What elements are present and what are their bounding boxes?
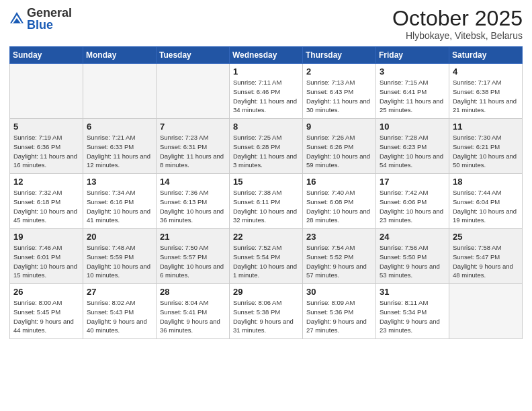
calendar-cell-3-5: 16Sunrise: 7:40 AM Sunset: 6:08 PM Dayli… [303, 174, 376, 229]
day-number: 1 [233, 66, 299, 77]
calendar-cell-2-1: 5Sunrise: 7:19 AM Sunset: 6:36 PM Daylig… [10, 119, 83, 174]
calendar-cell-1-5: 2Sunrise: 7:13 AM Sunset: 6:43 PM Daylig… [303, 64, 376, 119]
calendar-cell-3-2: 13Sunrise: 7:34 AM Sunset: 6:16 PM Dayli… [83, 174, 157, 229]
header-thursday: Thursday [303, 47, 376, 64]
day-info: Sunrise: 7:21 AM Sunset: 6:33 PM Dayligh… [87, 133, 152, 170]
header-friday: Friday [376, 47, 449, 64]
day-number: 30 [306, 287, 372, 297]
day-number: 25 [453, 232, 519, 242]
calendar-cell-5-6: 31Sunrise: 8:11 AM Sunset: 5:34 PM Dayli… [376, 284, 449, 339]
day-info: Sunrise: 7:52 AM Sunset: 5:54 PM Dayligh… [233, 243, 299, 280]
day-info: Sunrise: 7:58 AM Sunset: 5:47 PM Dayligh… [453, 243, 519, 280]
day-info: Sunrise: 7:32 AM Sunset: 6:18 PM Dayligh… [13, 188, 79, 225]
day-number: 4 [453, 66, 519, 77]
header-wednesday: Wednesday [230, 47, 303, 64]
day-info: Sunrise: 7:15 AM Sunset: 6:41 PM Dayligh… [380, 78, 445, 115]
calendar-cell-2-2: 6Sunrise: 7:21 AM Sunset: 6:33 PM Daylig… [83, 119, 157, 174]
calendar-cell-1-7: 4Sunrise: 7:17 AM Sunset: 6:38 PM Daylig… [449, 64, 523, 119]
day-info: Sunrise: 7:34 AM Sunset: 6:16 PM Dayligh… [87, 188, 152, 225]
day-number: 24 [380, 232, 445, 242]
day-info: Sunrise: 8:02 AM Sunset: 5:43 PM Dayligh… [87, 298, 152, 335]
day-info: Sunrise: 7:23 AM Sunset: 6:31 PM Dayligh… [160, 133, 226, 170]
day-info: Sunrise: 7:26 AM Sunset: 6:26 PM Dayligh… [306, 133, 372, 170]
day-number: 3 [380, 66, 445, 77]
calendar-cell-2-5: 9Sunrise: 7:26 AM Sunset: 6:26 PM Daylig… [303, 119, 376, 174]
calendar-cell-5-3: 28Sunrise: 8:04 AM Sunset: 5:41 PM Dayli… [157, 284, 230, 339]
day-info: Sunrise: 7:17 AM Sunset: 6:38 PM Dayligh… [453, 78, 519, 115]
day-info: Sunrise: 8:04 AM Sunset: 5:41 PM Dayligh… [160, 298, 226, 335]
day-number: 21 [160, 232, 226, 242]
day-number: 20 [87, 232, 152, 242]
day-info: Sunrise: 8:09 AM Sunset: 5:36 PM Dayligh… [306, 298, 372, 335]
calendar-cell-4-4: 22Sunrise: 7:52 AM Sunset: 5:54 PM Dayli… [230, 229, 303, 284]
day-number: 11 [453, 122, 519, 132]
header-sunday: Sunday [10, 47, 83, 64]
logo-general: General [27, 7, 72, 19]
header-saturday: Saturday [449, 47, 523, 64]
day-info: Sunrise: 7:54 AM Sunset: 5:52 PM Dayligh… [306, 243, 372, 280]
day-number: 6 [87, 122, 152, 132]
day-info: Sunrise: 7:28 AM Sunset: 6:23 PM Dayligh… [380, 133, 445, 170]
calendar-cell-5-2: 27Sunrise: 8:02 AM Sunset: 5:43 PM Dayli… [83, 284, 157, 339]
calendar-week-row-5: 26Sunrise: 8:00 AM Sunset: 5:45 PM Dayli… [10, 284, 523, 339]
day-info: Sunrise: 7:50 AM Sunset: 5:57 PM Dayligh… [160, 243, 226, 280]
calendar-cell-2-3: 7Sunrise: 7:23 AM Sunset: 6:31 PM Daylig… [157, 119, 230, 174]
day-info: Sunrise: 7:56 AM Sunset: 5:50 PM Dayligh… [380, 243, 445, 280]
day-number: 12 [13, 177, 79, 187]
day-number: 5 [13, 122, 79, 132]
calendar: Sunday Monday Tuesday Wednesday Thursday… [9, 46, 523, 339]
calendar-week-row-4: 19Sunrise: 7:46 AM Sunset: 6:01 PM Dayli… [10, 229, 523, 284]
day-number: 9 [306, 122, 372, 132]
day-info: Sunrise: 8:11 AM Sunset: 5:34 PM Dayligh… [380, 298, 445, 335]
calendar-cell-3-1: 12Sunrise: 7:32 AM Sunset: 6:18 PM Dayli… [10, 174, 83, 229]
day-info: Sunrise: 7:36 AM Sunset: 6:13 PM Dayligh… [160, 188, 226, 225]
day-number: 27 [87, 287, 152, 297]
calendar-cell-1-2 [83, 64, 157, 119]
header-tuesday: Tuesday [157, 47, 230, 64]
day-number: 7 [160, 122, 226, 132]
day-number: 16 [306, 177, 372, 187]
calendar-cell-3-7: 18Sunrise: 7:44 AM Sunset: 6:04 PM Dayli… [449, 174, 523, 229]
day-number: 2 [306, 66, 372, 77]
day-number: 19 [13, 232, 79, 242]
day-info: Sunrise: 7:19 AM Sunset: 6:36 PM Dayligh… [13, 133, 79, 170]
day-number: 13 [87, 177, 152, 187]
calendar-cell-1-3 [157, 64, 230, 119]
day-info: Sunrise: 7:30 AM Sunset: 6:21 PM Dayligh… [453, 133, 519, 170]
calendar-cell-2-7: 11Sunrise: 7:30 AM Sunset: 6:21 PM Dayli… [449, 119, 523, 174]
calendar-cell-3-6: 17Sunrise: 7:42 AM Sunset: 6:06 PM Dayli… [376, 174, 449, 229]
calendar-week-row-2: 5Sunrise: 7:19 AM Sunset: 6:36 PM Daylig… [10, 119, 523, 174]
calendar-cell-4-1: 19Sunrise: 7:46 AM Sunset: 6:01 PM Dayli… [10, 229, 83, 284]
day-info: Sunrise: 8:06 AM Sunset: 5:38 PM Dayligh… [233, 298, 299, 335]
calendar-cell-4-3: 21Sunrise: 7:50 AM Sunset: 5:57 PM Dayli… [157, 229, 230, 284]
day-number: 28 [160, 287, 226, 297]
day-info: Sunrise: 7:13 AM Sunset: 6:43 PM Dayligh… [306, 78, 372, 115]
calendar-cell-5-1: 26Sunrise: 8:00 AM Sunset: 5:45 PM Dayli… [10, 284, 83, 339]
calendar-cell-2-4: 8Sunrise: 7:25 AM Sunset: 6:28 PM Daylig… [230, 119, 303, 174]
day-number: 8 [233, 122, 299, 132]
logo-text-block: General Blue [27, 7, 72, 31]
title-block: October 2025 Hlybokaye, Vitebsk, Belarus [392, 7, 523, 41]
day-number: 23 [306, 232, 372, 242]
calendar-cell-1-1 [10, 64, 83, 119]
calendar-cell-5-5: 30Sunrise: 8:09 AM Sunset: 5:36 PM Dayli… [303, 284, 376, 339]
calendar-cell-1-4: 1Sunrise: 7:11 AM Sunset: 6:46 PM Daylig… [230, 64, 303, 119]
calendar-header-row: Sunday Monday Tuesday Wednesday Thursday… [10, 47, 523, 64]
day-info: Sunrise: 7:44 AM Sunset: 6:04 PM Dayligh… [453, 188, 519, 225]
month-title: October 2025 [392, 7, 523, 30]
header: General Blue October 2025 Hlybokaye, Vit… [9, 7, 523, 41]
logo-blue: Blue [27, 19, 72, 31]
day-info: Sunrise: 8:00 AM Sunset: 5:45 PM Dayligh… [13, 298, 79, 335]
day-number: 17 [380, 177, 445, 187]
calendar-cell-4-7: 25Sunrise: 7:58 AM Sunset: 5:47 PM Dayli… [449, 229, 523, 284]
calendar-cell-4-6: 24Sunrise: 7:56 AM Sunset: 5:50 PM Dayli… [376, 229, 449, 284]
day-number: 10 [380, 122, 445, 132]
day-info: Sunrise: 7:11 AM Sunset: 6:46 PM Dayligh… [233, 78, 299, 115]
day-info: Sunrise: 7:42 AM Sunset: 6:06 PM Dayligh… [380, 188, 445, 225]
day-number: 31 [380, 287, 445, 297]
day-number: 29 [233, 287, 299, 297]
day-number: 18 [453, 177, 519, 187]
calendar-cell-3-3: 14Sunrise: 7:36 AM Sunset: 6:13 PM Dayli… [157, 174, 230, 229]
calendar-cell-5-7 [449, 284, 523, 339]
logo: General Blue [9, 7, 72, 31]
